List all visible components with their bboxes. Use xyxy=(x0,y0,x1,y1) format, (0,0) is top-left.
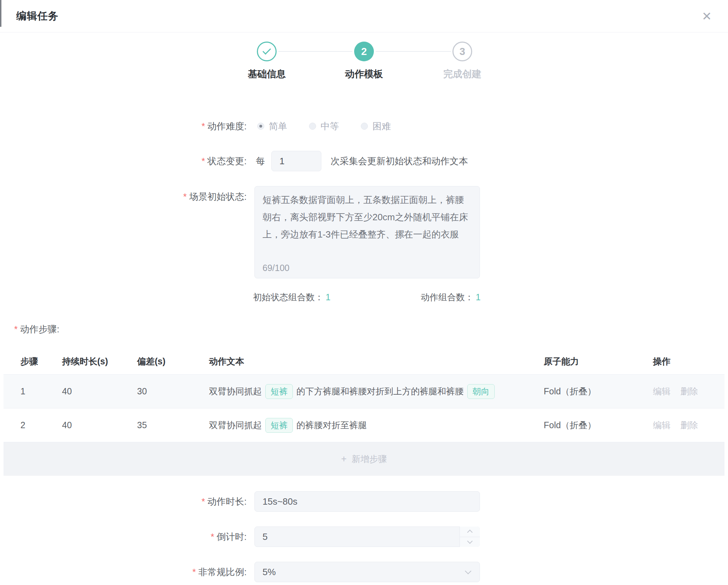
chevron-up-icon xyxy=(467,530,473,535)
difficulty-radio-2[interactable]: 困难 xyxy=(361,120,391,133)
initial-state-value: 短裤五条数据背面朝上，五条数据正面朝上，裤腰朝右，离头部视野下方至少20cm之外… xyxy=(263,191,472,243)
required-asterisk: * xyxy=(202,156,205,166)
steps-table: 步骤持续时长(s)偏差(s)动作文本原子能力操作 14030双臂协同抓起短裤的下… xyxy=(4,348,724,476)
delete-link[interactable]: 删除 xyxy=(680,386,698,396)
action-combos: 动作组合数：1 xyxy=(421,291,481,303)
unusual-ratio-row: *非常规比例: 5% xyxy=(0,562,728,582)
add-step-label: 新增步骤 xyxy=(352,453,387,465)
table-row: 14030双臂协同抓起短裤的下方裤腿和裤腰对折到上方的裤腿和裤腰朝向Fold（折… xyxy=(4,375,724,408)
action-text-tag: 短裤 xyxy=(265,418,293,433)
difficulty-row: *动作难度: 简单中等困难 xyxy=(0,118,728,134)
initial-state-combos-value: 1 xyxy=(326,292,331,302)
step-1-label: 基础信息 xyxy=(248,68,286,80)
cell-step: 2 xyxy=(20,420,62,430)
add-step-button[interactable]: + 新增步骤 xyxy=(4,442,724,476)
initial-state-label: *场景初始状态: xyxy=(0,186,247,203)
cell-step: 1 xyxy=(20,386,62,396)
radio-label: 中等 xyxy=(321,120,339,133)
duration-row: *动作时长: 15s~80s xyxy=(0,491,728,512)
dialog-header: 编辑任务 ✕ xyxy=(0,0,728,32)
table-header-3: 动作文本 xyxy=(209,356,544,367)
countdown-label: *倒计时: xyxy=(0,531,247,543)
step-3-label: 完成创建 xyxy=(443,68,481,80)
check-icon xyxy=(263,46,271,55)
cell-duration: 40 xyxy=(62,386,137,396)
unusual-ratio-label: *非常规比例: xyxy=(0,566,247,578)
table-row: 24035双臂协同抓起短裤的裤腰对折至裤腿Fold（折叠）编辑删除 xyxy=(4,408,724,442)
required-asterisk: * xyxy=(202,496,205,507)
step-connector xyxy=(376,51,451,52)
table-header-4: 原子能力 xyxy=(544,356,653,367)
state-change-suffix: 次采集会更新初始状态和动作文本 xyxy=(331,155,468,167)
required-asterisk: * xyxy=(211,531,214,542)
table-header-0: 步骤 xyxy=(20,356,62,367)
difficulty-radio-group: 简单中等困难 xyxy=(257,120,413,133)
countdown-spinner xyxy=(459,526,480,547)
cell-ability: Fold（折叠） xyxy=(544,386,653,397)
steps-table-header: 步骤持续时长(s)偏差(s)动作文本原子能力操作 xyxy=(4,348,724,375)
required-asterisk: * xyxy=(192,567,196,577)
step-connector xyxy=(278,51,352,52)
required-asterisk: * xyxy=(183,191,187,202)
page-title: 编辑任务 xyxy=(16,9,58,23)
stepper: 2 3 基础信息 动作模板 完成创建 xyxy=(0,32,728,86)
step-2-circle: 2 xyxy=(354,42,374,61)
table-header-2: 偏差(s) xyxy=(137,356,209,367)
cell-duration: 40 xyxy=(62,420,137,430)
table-header-5: 操作 xyxy=(653,356,719,367)
state-change-row: *状态变更: 每 1 次采集会更新初始状态和动作文本 xyxy=(0,151,728,171)
cell-action-text: 双臂协同抓起短裤的裤腰对折至裤腿 xyxy=(209,418,544,433)
decrement-button[interactable] xyxy=(460,537,480,547)
state-change-label: *状态变更: xyxy=(0,155,247,167)
radio-label: 困难 xyxy=(372,120,391,133)
increment-button[interactable] xyxy=(460,526,480,537)
initial-state-row: *场景初始状态: 短裤五条数据背面朝上，五条数据正面朝上，裤腰朝右，离头部视野下… xyxy=(0,186,728,278)
action-text: 双臂协同抓起 xyxy=(209,386,262,397)
countdown-row: *倒计时: 5 xyxy=(0,526,728,547)
edit-link[interactable]: 编辑 xyxy=(653,420,671,430)
duration-label: *动作时长: xyxy=(0,495,247,508)
duration-input[interactable]: 15s~80s xyxy=(254,491,480,512)
cell-actions: 编辑删除 xyxy=(653,386,719,397)
action-combos-value: 1 xyxy=(476,292,481,302)
initial-state-combos: 初始状态组合数：1 xyxy=(253,291,331,303)
close-icon[interactable]: ✕ xyxy=(702,10,712,22)
step-2-label: 动作模板 xyxy=(345,68,383,80)
combination-counts: 初始状态组合数：1 动作组合数：1 xyxy=(253,291,481,303)
action-text-tag: 朝向 xyxy=(467,384,495,399)
radio-circle-icon xyxy=(361,123,368,130)
action-steps-label: *动作步骤: xyxy=(14,323,728,335)
cell-deviation: 35 xyxy=(137,420,209,430)
action-text: 的裤腰对折至裤腿 xyxy=(296,419,367,431)
cell-ability: Fold（折叠） xyxy=(544,419,653,431)
cell-actions: 编辑删除 xyxy=(653,419,719,431)
plus-icon: + xyxy=(341,454,347,464)
state-change-prefix: 每 xyxy=(256,155,265,167)
edit-link[interactable]: 编辑 xyxy=(653,386,671,396)
step-1-circle xyxy=(257,42,277,61)
required-asterisk: * xyxy=(14,324,18,335)
step-3-circle: 3 xyxy=(452,42,472,61)
initial-state-textarea[interactable]: 短裤五条数据背面朝上，五条数据正面朝上，裤腰朝右，离头部视野下方至少20cm之外… xyxy=(254,186,480,278)
radio-label: 简单 xyxy=(269,120,287,133)
table-header-1: 持续时长(s) xyxy=(62,356,137,367)
chevron-down-icon xyxy=(465,568,471,574)
action-text-tag: 短裤 xyxy=(265,384,293,399)
delete-link[interactable]: 删除 xyxy=(680,420,698,430)
unusual-ratio-value: 5% xyxy=(263,567,276,578)
backdrop-edge xyxy=(0,0,1,27)
difficulty-label: *动作难度: xyxy=(0,120,247,133)
char-counter: 69/100 xyxy=(263,263,289,273)
countdown-value: 5 xyxy=(263,531,267,542)
cell-deviation: 30 xyxy=(137,386,209,396)
steps-table-body: 14030双臂协同抓起短裤的下方裤腿和裤腰对折到上方的裤腿和裤腰朝向Fold（折… xyxy=(4,375,724,442)
state-change-input[interactable]: 1 xyxy=(271,151,321,171)
difficulty-radio-0[interactable]: 简单 xyxy=(257,120,287,133)
action-text: 双臂协同抓起 xyxy=(209,419,262,431)
unusual-ratio-select[interactable]: 5% xyxy=(254,562,480,582)
radio-circle-icon xyxy=(309,123,316,130)
chevron-down-icon xyxy=(467,538,473,544)
countdown-input[interactable]: 5 xyxy=(254,526,480,547)
difficulty-radio-1[interactable]: 中等 xyxy=(309,120,339,133)
required-asterisk: * xyxy=(202,121,205,131)
